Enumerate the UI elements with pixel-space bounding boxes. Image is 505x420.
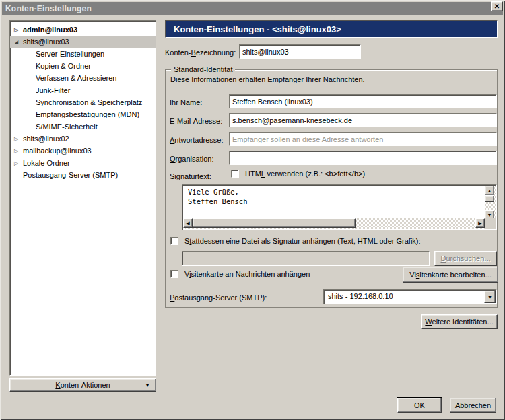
tree-item-label: shits@linux03	[23, 38, 69, 46]
browse-button: Durchsuchen...	[434, 251, 497, 266]
ok-button[interactable]: OK	[397, 398, 442, 413]
twisty-collapsed-icon[interactable]: ▷	[14, 136, 23, 142]
tree-item-label: Synchronisation & Speicherplatz	[36, 98, 142, 106]
attach-signature-file-label: Stattdessen eine Datei als Signatur anhä…	[184, 237, 421, 245]
account-actions-label: Konten-Aktionen	[55, 381, 110, 389]
identity-description: Diese Informationen erhalten Empfänger I…	[170, 75, 365, 83]
close-icon[interactable]: ✕	[491, 1, 503, 11]
html-signature-checkbox[interactable]: HTML verwenden (z.B.: <b>fett</b>)	[231, 170, 365, 178]
page-title: Konten-Einstellungen - <shits@linux03>	[165, 20, 498, 38]
outgoing-server-select[interactable]: shits - 192.168.0.10 ▼	[323, 289, 497, 304]
tree-item-label: Lokale Ordner	[23, 159, 70, 167]
tree-item-sync-storage[interactable]: Synchronisation & Speicherplatz	[10, 96, 156, 108]
html-signature-checkbox-label: HTML verwenden (z.B.: <b>fett</b>)	[245, 170, 365, 178]
tree-item-admin-linux03[interactable]: ▷ admin@linux03	[10, 24, 156, 36]
group-title: Standard-Identität	[171, 65, 235, 73]
tree-item-label: Empfangsbestätigungen (MDN)	[36, 110, 139, 118]
account-settings-dialog: Konten-Einstellungen ✕ ▷ admin@linux03 ◢…	[0, 0, 505, 420]
edit-vcard-button[interactable]: Visitenkarte bearbeiten...	[403, 267, 498, 283]
signature-textarea[interactable]: Viele Grüße, Steffen Bensch Tel: +49 58 …	[182, 184, 497, 230]
twisty-collapsed-icon[interactable]: ▷	[14, 27, 23, 33]
account-name-input[interactable]	[239, 44, 361, 59]
account-tree[interactable]: ▷ admin@linux03 ◢ shits@linux03 Server-E…	[9, 20, 156, 376]
checkbox-box[interactable]	[170, 270, 178, 278]
horizontal-scroll-thumb[interactable]	[193, 218, 356, 228]
attach-signature-file-checkbox[interactable]: Stattdessen eine Datei als Signatur anhä…	[170, 237, 421, 245]
email-field[interactable]	[229, 113, 497, 127]
tree-item-label: Junk-Filter	[36, 86, 70, 94]
scroll-up-icon[interactable]: ▲	[485, 186, 494, 195]
titlebar[interactable]: Konten-Einstellungen	[2, 2, 503, 15]
your-name-label: Ihr Name:	[170, 98, 202, 106]
account-name-label: Konten-Bezeichnung:	[165, 48, 236, 57]
chevron-down-icon[interactable]: ▼	[484, 291, 496, 303]
outgoing-server-value: shits - 192.168.0.10	[328, 292, 393, 300]
tree-item-label: Postausgang-Server (SMTP)	[23, 171, 118, 179]
twisty-collapsed-icon[interactable]: ▷	[14, 148, 23, 154]
tree-item-label: Verfassen & Adressieren	[36, 74, 116, 82]
tree-item-composition-addressing[interactable]: Verfassen & Adressieren	[10, 72, 156, 84]
organization-field[interactable]	[229, 151, 497, 165]
attach-vcard-checkbox[interactable]: Visitenkarte an Nachrichten anhängen	[170, 270, 310, 278]
checkbox-box[interactable]	[231, 170, 239, 178]
tree-item-outgoing-server[interactable]: Postausgang-Server (SMTP)	[10, 169, 156, 181]
checkbox-box[interactable]	[170, 237, 178, 245]
tree-item-junk-filter[interactable]: Junk-Filter	[10, 84, 156, 96]
horizontal-scrollbar[interactable]: ◀ ▶	[183, 218, 485, 229]
more-identities-button[interactable]: Weitere Identitäten...	[421, 314, 498, 329]
tree-item-server-settings[interactable]: Server-Einstellungen	[10, 48, 156, 60]
scroll-left-icon[interactable]: ◀	[183, 218, 193, 228]
vertical-scroll-thumb[interactable]	[485, 195, 494, 202]
tree-item-label: Kopien & Ordner	[36, 62, 91, 70]
signature-text[interactable]: Viele Grüße, Steffen Bensch Tel: +49 58 …	[188, 187, 484, 217]
scrollbar-corner	[485, 218, 496, 229]
attach-vcard-label: Visitenkarte an Nachrichten anhängen	[184, 270, 310, 278]
cancel-button[interactable]: Abbrechen	[450, 398, 496, 413]
reply-to-label: Antwortadresse:	[170, 136, 224, 144]
window-title: Konten-Einstellungen	[5, 4, 92, 13]
tree-item-label: Server-Einstellungen	[36, 50, 104, 58]
signature-label: Signaturtext:	[170, 172, 211, 180]
vertical-scrollbar[interactable]: ▲ ▼	[485, 186, 496, 219]
tree-item-copies-folders[interactable]: Kopien & Ordner	[10, 60, 156, 72]
twisty-expanded-icon[interactable]: ◢	[14, 39, 23, 45]
tree-item-shits-linux02[interactable]: ▷ shits@linux02	[10, 133, 156, 145]
outgoing-server-label: Postausgang-Server (SMTP):	[170, 293, 267, 302]
tree-item-label: mailbackup@linux03	[23, 147, 92, 155]
tree-item-label: S/MIME-Sicherheit	[36, 123, 98, 131]
tree-item-label: shits@linux02	[23, 135, 69, 143]
tree-item-mailbackup-linux03[interactable]: ▷ mailbackup@linux03	[10, 145, 156, 157]
twisty-collapsed-icon[interactable]: ▷	[14, 160, 23, 166]
reply-to-field[interactable]	[229, 132, 497, 146]
signature-file-path-field	[182, 251, 430, 266]
account-actions-button[interactable]: Konten-Aktionen ▾	[9, 378, 156, 392]
your-name-input[interactable]	[229, 94, 497, 108]
tree-item-smime-security[interactable]: S/MIME-Sicherheit	[10, 120, 156, 133]
email-label: E-Mail-Adresse:	[170, 117, 222, 125]
tree-item-label: admin@linux03	[23, 26, 77, 34]
tree-item-return-receipts[interactable]: Empfangsbestätigungen (MDN)	[10, 108, 156, 120]
organization-label: Organisation:	[170, 155, 213, 163]
dropdown-caret-icon: ▾	[146, 382, 149, 388]
scroll-right-icon[interactable]: ▶	[475, 218, 485, 228]
tree-item-shits-linux03[interactable]: ◢ shits@linux03	[10, 36, 156, 48]
tree-item-local-folders[interactable]: ▷ Lokale Ordner	[10, 157, 156, 169]
